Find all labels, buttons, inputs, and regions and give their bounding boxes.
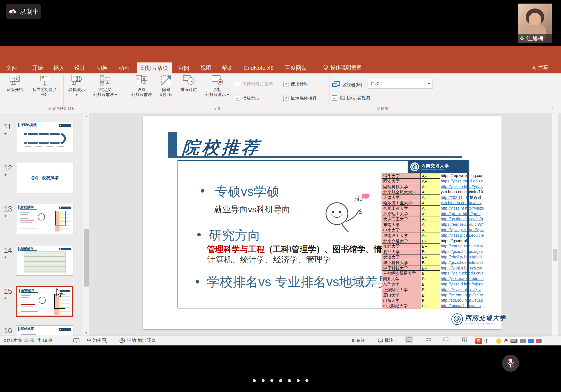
from-beginning-button[interactable]: 从头开始 [3, 75, 27, 92]
tab-12[interactable]: 百度网盘 [281, 62, 311, 73]
checkbox-保持幻灯片更新[interactable]: 保持幻灯片更新 [235, 81, 273, 87]
display-settings-icon[interactable] [73, 336, 79, 345]
custom-slideshow-button[interactable]: 自定义 幻灯片放映 ▾ [89, 75, 121, 97]
checkbox-box[interactable]: ✓ [283, 96, 288, 101]
checkbox-使用计时[interactable]: ✓使用计时 [283, 81, 308, 87]
slide-thumbnail-15[interactable]: 院校推荐 [16, 286, 73, 317]
canvas-scrollbar[interactable] [552, 113, 558, 336]
tab-10[interactable]: 帮助 [218, 62, 236, 73]
canvas-scrollbar-thumb[interactable] [553, 249, 557, 261]
ime-toolbox-icon[interactable] [520, 339, 526, 343]
setup-slideshow-button[interactable]: 设置 幻灯片放映 [127, 75, 156, 97]
sogou-logo[interactable]: S [475, 338, 482, 344]
camera-thumbnail[interactable]: 汪旭梅 [518, 4, 552, 43]
slide-sorter-view-button[interactable] [425, 336, 433, 343]
checkbox-box[interactable]: ✓ [235, 96, 240, 101]
record-slideshow-button[interactable]: 录制 幻灯片演示 ▾ [201, 75, 234, 97]
page-dot-3[interactable] [270, 379, 273, 382]
slide-thumbnail-14[interactable]: 院校推荐 [16, 245, 73, 276]
dropdown-arrow-icon[interactable]: ▼ [425, 79, 433, 88]
school-crest-icon [410, 162, 419, 171]
slide-number-status[interactable]: 幻灯片 第 15 张, 共 19 张 [4, 336, 53, 345]
scroll-down-arrow[interactable]: ▼ [83, 331, 89, 334]
ribbon-group-separator [330, 75, 330, 106]
university-link: http://yzxt.nankai.edu.cn [440, 276, 484, 282]
page-dot-1[interactable] [253, 379, 256, 382]
collapse-ribbon-chevron[interactable]: ⌃ [550, 107, 554, 112]
ime-skin-icon[interactable] [536, 339, 542, 343]
page-dot-6[interactable] [297, 379, 300, 382]
thumbnail-scrollbar[interactable]: ▲ ▼ [83, 113, 89, 336]
ime-share-icon[interactable] [528, 339, 534, 343]
slide-thumbnail-11[interactable]: 保研时间点 [16, 122, 73, 152]
university-name: 南开大学 [382, 276, 421, 282]
present-online-button[interactable]: 联机演示 ▾ [65, 75, 89, 97]
ime-emoji-icon[interactable] [496, 338, 502, 344]
slide-title: 院校推荐 [182, 136, 262, 159]
tab-5[interactable]: 切换 [93, 62, 111, 73]
tab-6[interactable]: 动画 [115, 62, 133, 73]
checkbox-box[interactable]: ✓ [332, 95, 337, 101]
university-name: 厦门大学 [382, 293, 421, 298]
checkbox-box[interactable] [235, 82, 240, 87]
slide-thumbnail-12[interactable]: 04院校推荐 [16, 163, 73, 193]
slide-thumbnail-16[interactable]: 院校推荐 [16, 325, 73, 336]
group-label-setup: 设置 [187, 106, 247, 111]
checkbox-播放旁白[interactable]: ✓播放旁白 [235, 95, 260, 101]
language-status[interactable]: 中文(中国) [87, 336, 108, 345]
reading-view-button[interactable] [442, 336, 450, 343]
input-method-bar[interactable]: S 中 ’, ⌨ [473, 336, 544, 345]
custom-slideshow-icon [99, 75, 111, 86]
slide-thumbnail-13[interactable]: 院校推荐 [16, 204, 73, 234]
checkbox-显示媒体控件[interactable]: ✓显示媒体控件 [283, 95, 317, 101]
page-dot-4[interactable] [279, 379, 282, 382]
page-dots[interactable] [0, 379, 561, 384]
tell-me-search[interactable]: 操作说明搜索 [323, 64, 362, 71]
tab-2[interactable]: 开始 [28, 62, 47, 73]
university-link: http://yjszsgl.c http://yjszsg [440, 227, 484, 233]
university-name: 清华大学 [382, 173, 421, 179]
bullet2-highlight: 管理科学与工程 [207, 245, 265, 254]
monitor-dropdown[interactable]: 自动 ▼ [368, 79, 433, 88]
slideshow-view-button[interactable] [460, 336, 469, 343]
tab-11[interactable]: EndNote X8 [240, 62, 277, 73]
page-dot-5[interactable] [288, 379, 291, 382]
tab-1[interactable]: 文件 [2, 62, 21, 73]
rehearse-timings-button[interactable]: 排练计时 [177, 75, 201, 92]
ime-keyboard-icon[interactable]: ⌨ [510, 338, 518, 344]
hide-slide-button[interactable]: 隐藏 幻灯片 [157, 75, 176, 97]
ime-mode-chinese[interactable]: 中 [484, 338, 489, 344]
cartoon-sticker: biu [320, 188, 377, 236]
university-link: https://zsgl.u https://zsg [440, 265, 484, 271]
comments-toggle[interactable]: 批注 [378, 336, 393, 345]
scroll-up-arrow[interactable]: ▲ [83, 115, 89, 118]
slide-thumbnail-panel[interactable]: 11★保研时间点 12★04院校推荐13★院校推荐 14★院校推荐15★院校推荐… [0, 113, 83, 336]
share-button[interactable]: 共享 [531, 64, 548, 71]
tab-4[interactable]: 设计 [71, 62, 89, 73]
page-dot-7[interactable] [305, 379, 308, 382]
from-current-slide-button[interactable]: 从当前幻灯片 开始 [27, 75, 62, 97]
normal-view-button[interactable] [405, 336, 413, 343]
checkbox-box[interactable]: ✓ [283, 82, 288, 87]
accessibility-status[interactable]: 辅助功能: 调查 [127, 336, 156, 345]
tab-7[interactable]: 幻灯片放映 [137, 62, 172, 73]
university-name: 合肥工业大学 [382, 206, 421, 211]
mic-muted-button[interactable] [502, 355, 519, 372]
ime-punctuation[interactable]: ’, [491, 339, 494, 343]
bullet3-text: 学校排名vs 专业排名vs地域差异 [207, 273, 391, 291]
accessibility-icon[interactable] [119, 336, 125, 345]
university-link: http://yjszs.d http://yjszs [440, 282, 484, 287]
university-grade: B [421, 298, 440, 303]
checkbox-使用演示者视图[interactable]: ✓使用演示者视图 [332, 95, 370, 101]
notes-icon: ≡ [352, 338, 355, 344]
page-dot-2[interactable] [262, 379, 265, 382]
tab-3[interactable]: 插入 [50, 62, 68, 73]
scrollbar-thumb[interactable] [84, 229, 89, 287]
notes-toggle[interactable]: ≡ 备注 [352, 336, 365, 345]
tab-8[interactable]: 审阅 [174, 62, 193, 73]
university-grade: A [421, 206, 440, 211]
ime-mic-icon[interactable] [504, 338, 508, 344]
comment-icon [378, 339, 383, 343]
tab-9[interactable]: 视图 [197, 62, 215, 73]
university-link: http://sba.neu.edu.cn/74 [440, 244, 484, 249]
